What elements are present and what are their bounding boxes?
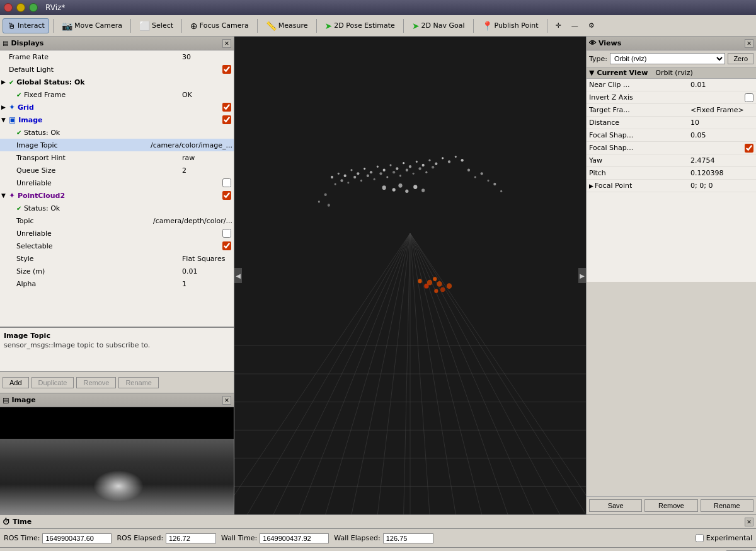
toolbar-focus-camera[interactable]: ⊕ Focus Camera: [186, 18, 253, 33]
maximize-button[interactable]: [29, 3, 38, 12]
displays-close-button[interactable]: ✕: [222, 39, 231, 48]
cv-row-nearclip[interactable]: Near Clip ... 0.01: [587, 79, 756, 91]
toolbar-interact[interactable]: 🖱 Interact: [3, 18, 49, 33]
toolbar-publish-point[interactable]: 📍 Publish Point: [478, 18, 543, 33]
ros-time-input[interactable]: 1649900437.60: [42, 533, 112, 543]
display-label-image-status: Status: Ok: [21, 129, 232, 137]
expand-icon-image[interactable]: ▼: [1, 117, 9, 123]
cv-row-focalshape2[interactable]: Focal Shap...: [587, 142, 756, 154]
svg-point-40: [428, 160, 430, 161]
expand-icon-grid[interactable]: ▶: [1, 104, 9, 110]
display-row-globalstatus[interactable]: ▶ ✔ Global Status: Ok: [0, 76, 234, 88]
cv-check-focalshape[interactable]: [745, 144, 753, 153]
toolbar-plus[interactable]: ✛: [551, 19, 566, 32]
svg-point-32: [377, 166, 379, 168]
image-subpanel-close[interactable]: ✕: [222, 396, 231, 405]
measure-icon: 📏: [266, 21, 277, 31]
views-zero-button[interactable]: Zero: [728, 53, 753, 64]
display-row-image[interactable]: ▼ ▣ Image: [0, 113, 234, 126]
svg-point-62: [382, 185, 386, 190]
timebar-close[interactable]: ✕: [745, 518, 753, 526]
display-row-size[interactable]: Size (m) 0.01: [0, 265, 234, 277]
display-row-unreliable-pc2[interactable]: Unreliable: [0, 227, 234, 240]
display-check-unreliable-pc2[interactable]: [222, 229, 231, 238]
display-row-selectable[interactable]: Selectable: [0, 240, 234, 252]
views-save-button[interactable]: Save: [589, 499, 642, 512]
views-type-select[interactable]: Orbit (rviz): [610, 53, 725, 64]
cv-row-yaw[interactable]: Yaw 2.4754: [587, 154, 756, 167]
display-check-pointcloud2[interactable]: [222, 191, 231, 200]
display-row-framerate[interactable]: Frame Rate 30: [0, 50, 234, 63]
current-view-section: ▼ Current View Orbit (rviz) Near Clip ..…: [587, 67, 756, 282]
displays-content[interactable]: Frame Rate 30 Default Light ▶ ✔ Global S…: [0, 50, 234, 327]
display-row-transporthint[interactable]: Transport Hint raw: [0, 151, 234, 164]
image-light-spot: [93, 470, 144, 502]
toolbar-move-camera[interactable]: 📷 Move Camera: [57, 18, 127, 33]
display-row-image-status[interactable]: ✔ Status: Ok: [0, 126, 234, 139]
expand-icon-globalstatus[interactable]: ▶: [1, 79, 9, 85]
svg-point-65: [405, 189, 408, 193]
display-check-unreliable-image[interactable]: [222, 178, 231, 187]
interact-label: Interact: [18, 21, 45, 30]
wall-time-input[interactable]: 1649900437.92: [260, 533, 329, 543]
view-arrow-left[interactable]: ◀: [234, 268, 242, 283]
display-row-style[interactable]: Style Flat Squares: [0, 252, 234, 265]
display-check-selectable[interactable]: [222, 241, 231, 250]
display-check-defaultlight[interactable]: [222, 65, 231, 74]
views-panel-close[interactable]: ✕: [745, 39, 753, 48]
views-remove-button[interactable]: Remove: [644, 499, 697, 512]
toolbar-select[interactable]: ⬜ Select: [135, 18, 178, 33]
display-check-image[interactable]: [222, 115, 231, 124]
cv-row-invertz[interactable]: Invert Z Axis: [587, 91, 756, 104]
display-row-grid[interactable]: ▶ ✦ Grid: [0, 101, 234, 113]
expand-icon-pointcloud2[interactable]: ▼: [1, 192, 9, 199]
svg-point-52: [374, 178, 375, 180]
minimize-button[interactable]: [16, 3, 25, 12]
view3d[interactable]: ◀ ▶: [234, 37, 586, 514]
cv-check-invertz[interactable]: [745, 93, 753, 102]
experimental-checkbox[interactable]: [696, 534, 704, 542]
toolbar-minus[interactable]: —: [567, 19, 583, 32]
remove-button[interactable]: Remove: [76, 377, 116, 388]
toolbar-2d-nav[interactable]: ➤ 2D Nav Goal: [408, 18, 469, 33]
display-row-pc2-status[interactable]: ✔ Status: Ok: [0, 202, 234, 214]
display-row-fixedframe[interactable]: ✔ Fixed Frame OK: [0, 88, 234, 101]
wall-elapsed-label: Wall Elapsed:: [334, 534, 380, 542]
cv-row-distance[interactable]: Distance 10: [587, 117, 756, 129]
cv-row-focalshape1[interactable]: Focal Shap... 0.05: [587, 129, 756, 142]
cv-row-targetframe[interactable]: Target Fra... <Fixed Frame>: [587, 104, 756, 117]
rename-button[interactable]: Rename: [118, 377, 159, 388]
toolbar-settings[interactable]: ⚙: [584, 19, 599, 32]
svg-point-25: [331, 176, 333, 178]
toolbar-measure[interactable]: 📏 Measure: [261, 18, 312, 33]
display-row-defaultlight[interactable]: Default Light: [0, 63, 234, 76]
status-ok-icon-pc2: ✔: [16, 205, 21, 212]
display-label-pointcloud2: PointCloud2: [15, 192, 222, 200]
display-row-pointcloud2[interactable]: ▼ ✦ PointCloud2: [0, 189, 234, 202]
close-button[interactable]: [4, 3, 13, 12]
display-row-queuesize[interactable]: Queue Size 2: [0, 164, 234, 177]
display-check-grid[interactable]: [222, 103, 231, 112]
duplicate-button[interactable]: Duplicate: [32, 377, 74, 388]
display-row-unreliable-image[interactable]: Unreliable: [0, 177, 234, 189]
svg-point-43: [448, 160, 450, 163]
ros-elapsed-input[interactable]: 126.72: [166, 533, 216, 543]
display-label-size: Size (m): [16, 267, 182, 276]
display-label-image: Image: [16, 116, 222, 124]
display-row-imagetopic[interactable]: Image Topic /camera/color/image_...: [0, 139, 234, 151]
cv-value-nearclip: 0.01: [690, 81, 753, 89]
svg-point-72: [418, 279, 421, 284]
display-row-alpha[interactable]: Alpha 1: [0, 277, 234, 290]
left-panel: ▤ Displays ✕ Frame Rate 30 Default Light: [0, 37, 234, 514]
current-view-expand-icon[interactable]: ▼: [589, 69, 594, 77]
add-button[interactable]: Add: [3, 377, 29, 388]
wall-elapsed-input[interactable]: 126.75: [383, 533, 433, 543]
display-row-pc2-topic[interactable]: Topic /camera/depth/color/...: [0, 214, 234, 227]
view-arrow-right[interactable]: ▶: [578, 268, 586, 283]
cv-row-pitch[interactable]: Pitch 0.120398: [587, 167, 756, 180]
svg-point-39: [422, 164, 425, 166]
toolbar-2d-pose[interactable]: ➤ 2D Pose Estimate: [321, 18, 399, 33]
cv-row-focalpoint[interactable]: ▶ Focal Point 0; 0; 0: [587, 180, 756, 192]
views-rename-button[interactable]: Rename: [701, 499, 753, 512]
focalpoint-expand-icon[interactable]: ▶: [589, 183, 593, 189]
